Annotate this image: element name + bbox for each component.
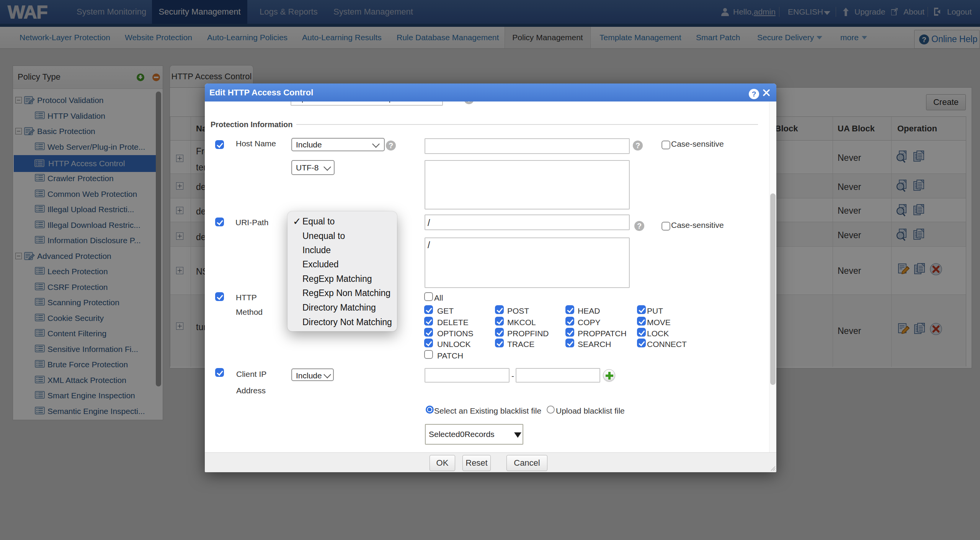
svg-text:?: ? bbox=[752, 90, 756, 98]
